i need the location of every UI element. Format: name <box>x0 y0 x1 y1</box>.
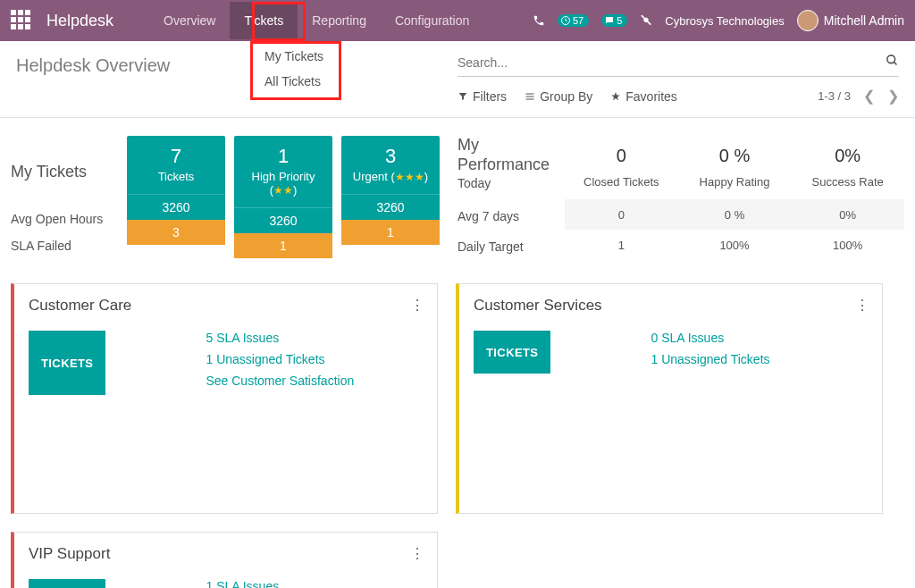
navbar: Helpdesk Overview Tickets Reporting Conf… <box>0 0 915 41</box>
team-link[interactable]: 1 Unassigned Tickets <box>651 352 868 366</box>
teams: Customer Care ⋮ TICKETS 5 SLA Issues 1 U… <box>11 283 904 588</box>
filter-row: Filters Group By Favorites 1-3 / 3 ❮ ❯ <box>458 88 899 105</box>
happy-rating-label: Happy Rating <box>678 175 792 189</box>
closed-tickets-label: Closed Tickets <box>565 175 678 189</box>
success-rate-label: Success Rate <box>791 175 904 189</box>
kebab-icon[interactable]: ⋮ <box>410 297 424 314</box>
team-customer-care: Customer Care ⋮ TICKETS 5 SLA Issues 1 U… <box>11 283 438 514</box>
dashboard-row: My Tickets Avg Open Hours SLA Failed 7 T… <box>11 136 904 265</box>
stack-tickets-num: 7 <box>130 145 222 168</box>
activity-count: 57 <box>573 15 583 26</box>
stack-urgent-num: 3 <box>345 145 436 168</box>
team-link[interactable]: 1 Unassigned Tickets <box>206 352 423 366</box>
filters-button[interactable]: Filters <box>458 89 507 104</box>
kebab-icon[interactable]: ⋮ <box>410 545 424 562</box>
svg-rect-3 <box>526 93 534 94</box>
happy-target: 100% <box>678 230 792 260</box>
team-links: 0 SLA Issues 1 Unassigned Tickets <box>651 331 868 374</box>
avg-open-hours-label: Avg Open Hours <box>11 212 127 226</box>
filter-icon <box>458 91 468 102</box>
pager-prev[interactable]: ❮ <box>863 88 875 105</box>
highlight-tickets-tab <box>252 2 306 41</box>
stack-urgent[interactable]: 3 Urgent (★★★) 3260 1 <box>341 136 440 265</box>
success-avg7: 0% <box>791 199 904 230</box>
stack-hp-stars: ★★ <box>273 184 293 197</box>
user-name: Mitchell Admin <box>824 13 904 28</box>
avatar <box>797 10 818 31</box>
stack-tickets-label: Tickets <box>130 170 222 183</box>
closed-tickets-value: 0 <box>565 136 678 175</box>
messages-badge[interactable]: 5 <box>601 14 627 27</box>
apps-icon[interactable] <box>11 10 32 31</box>
stack-urgent-label: Urgent <box>353 170 388 183</box>
team-link[interactable]: See Customer Satisfaction <box>206 374 423 388</box>
nav-link-overview[interactable]: Overview <box>149 2 230 39</box>
filters-label: Filters <box>473 89 507 104</box>
search-input[interactable] <box>458 55 886 70</box>
daily-target-label: Daily Target <box>458 231 565 262</box>
happy-avg7: 0 % <box>678 199 792 230</box>
performance-labels: My Performance Today Avg 7 days Daily Ta… <box>458 136 565 265</box>
user-menu[interactable]: Mitchell Admin <box>797 10 904 31</box>
success-target: 100% <box>791 230 904 260</box>
team-links: 5 SLA Issues 1 Unassigned Tickets See Cu… <box>206 331 423 395</box>
svg-line-2 <box>894 62 896 64</box>
stack-hp-num: 1 <box>238 145 329 168</box>
stack-hp-mid: 3260 <box>234 207 332 233</box>
favorites-label: Favorites <box>625 89 677 104</box>
team-link[interactable]: 0 SLA Issues <box>651 331 868 345</box>
pager-next[interactable]: ❯ <box>887 88 899 105</box>
performance-cols: 0 Closed Tickets 0 1 0 % Happy Rating 0 … <box>565 136 904 265</box>
stack-tickets[interactable]: 7 Tickets 3260 3 <box>127 136 225 265</box>
team-link[interactable]: 5 SLA Issues <box>206 331 423 345</box>
happy-rating-value: 0 % <box>678 136 792 175</box>
company-switcher[interactable]: Cybrosys Technologies <box>665 14 784 28</box>
stack-cards: 7 Tickets 3260 3 1 High Priority(★★) 326… <box>127 136 440 265</box>
team-links: 1 SLA Issues <box>206 579 423 588</box>
tickets-button[interactable]: TICKETS <box>29 579 105 588</box>
svg-rect-4 <box>526 96 534 97</box>
nav-link-configuration[interactable]: Configuration <box>381 2 483 39</box>
kebab-icon[interactable]: ⋮ <box>855 297 869 314</box>
closed-target: 1 <box>565 230 678 260</box>
tools-icon[interactable] <box>640 14 652 27</box>
perf-col-closed: 0 Closed Tickets 0 1 <box>565 136 678 265</box>
phone-icon[interactable] <box>533 14 545 27</box>
messages-count: 5 <box>617 15 622 26</box>
team-title: VIP Support <box>29 545 423 563</box>
stack-urgent-mid: 3260 <box>341 194 440 220</box>
groupby-label: Group By <box>540 89 592 104</box>
activity-badge[interactable]: 57 <box>558 14 589 27</box>
my-tickets-heading: My Tickets <box>11 163 127 181</box>
svg-rect-5 <box>526 98 534 99</box>
stack-high-priority[interactable]: 1 High Priority(★★) 3260 1 <box>234 136 332 265</box>
team-link[interactable]: 1 SLA Issues <box>206 579 423 588</box>
groupby-button[interactable]: Group By <box>525 89 592 104</box>
my-tickets-block: My Tickets Avg Open Hours SLA Failed 7 T… <box>11 136 440 265</box>
star-icon <box>610 91 621 102</box>
success-rate-value: 0% <box>791 136 904 175</box>
team-title: Customer Services <box>474 297 868 315</box>
search-wrap <box>458 50 899 77</box>
nav-links: Overview Tickets Reporting Configuration <box>149 2 483 39</box>
brand[interactable]: Helpdesk <box>46 12 113 30</box>
stack-urgent-bot: 1 <box>341 220 440 245</box>
stack-hp-label: High Priority <box>252 170 315 183</box>
stack-tickets-mid: 3260 <box>127 194 225 220</box>
perf-col-success: 0% Success Rate 0% 100% <box>791 136 904 265</box>
control-panel: Helpdesk Overview Filters Group By Favor… <box>0 41 915 118</box>
favorites-button[interactable]: Favorites <box>610 89 677 104</box>
nav-right: 57 5 Cybrosys Technologies Mitchell Admi… <box>533 10 904 31</box>
search-icon[interactable] <box>886 54 899 71</box>
team-title: Customer Care <box>29 297 423 315</box>
page-title: Helpdesk Overview <box>16 50 458 81</box>
svg-point-1 <box>887 55 895 63</box>
main[interactable]: My Tickets Avg Open Hours SLA Failed 7 T… <box>0 118 915 588</box>
nav-link-reporting[interactable]: Reporting <box>298 2 381 39</box>
highlight-tickets-dropdown <box>250 41 341 100</box>
avg-7days-label: Avg 7 days <box>458 201 565 231</box>
stack-tickets-bot: 3 <box>127 220 225 245</box>
tickets-button[interactable]: TICKETS <box>29 331 105 395</box>
performance-heading: My Performance <box>458 136 565 174</box>
tickets-button[interactable]: TICKETS <box>474 331 550 374</box>
